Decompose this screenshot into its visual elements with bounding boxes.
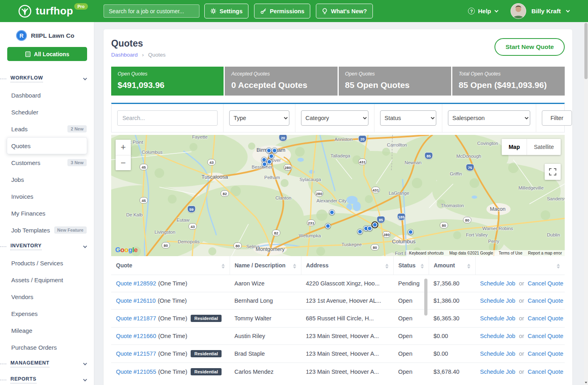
- map-type-map-button[interactable]: Map: [502, 139, 527, 155]
- sort-icon[interactable]: [467, 264, 470, 269]
- sidebar-item-leads[interactable]: Leads 2 New: [0, 120, 94, 137]
- cancel-quote-link[interactable]: Cancel Quote: [528, 350, 564, 357]
- quote-address: 123 Main Street, Hoover A...: [301, 328, 393, 345]
- quote-link[interactable]: Quote #121577: [116, 350, 156, 357]
- schedule-job-link[interactable]: Schedule Job: [480, 350, 515, 357]
- permissions-button[interactable]: Permissions: [254, 4, 310, 18]
- column-header-address[interactable]: Address: [301, 256, 393, 275]
- sort-icon[interactable]: [293, 264, 296, 269]
- column-header-name-description[interactable]: Name / Description: [230, 256, 301, 275]
- sidebar-item-expenses[interactable]: Expenses: [0, 305, 94, 322]
- sidebar-item-products-services[interactable]: Products / Services: [0, 255, 94, 271]
- map-marker[interactable]: [262, 162, 267, 167]
- zoom-out-button[interactable]: −: [116, 155, 131, 170]
- filter-status-select[interactable]: Status: [380, 110, 436, 126]
- quote-link[interactable]: Quote #121660: [116, 333, 156, 339]
- sidebar-item-jobs[interactable]: Jobs: [0, 171, 94, 188]
- app-logo[interactable]: turfhop Pro: [18, 3, 88, 20]
- column-header-actions[interactable]: [475, 256, 565, 275]
- sidebar-item-scheduler[interactable]: Scheduler: [0, 104, 94, 120]
- schedule-job-link[interactable]: Schedule Job: [480, 297, 515, 304]
- column-header-quote[interactable]: Quote: [111, 256, 230, 275]
- quote-link[interactable]: Quote #128592: [116, 280, 156, 287]
- schedule-job-link[interactable]: Schedule Job: [480, 369, 515, 375]
- table-row: Quote #121577 (One Time) Residential Bra…: [111, 345, 565, 363]
- sidebar-section-header[interactable]: REPORTS: [0, 372, 94, 385]
- sidebar-item-vendors[interactable]: Vendors: [0, 288, 94, 305]
- map-city-label: Thomaston: [441, 203, 464, 208]
- column-header-amount[interactable]: Amount: [429, 256, 475, 275]
- cancel-quote-link[interactable]: Cancel Quote: [528, 280, 564, 287]
- sort-icon[interactable]: [222, 264, 225, 269]
- map-attribution-keyboard-shortcuts[interactable]: Keyboard shortcuts: [406, 251, 446, 255]
- sidebar-item-dashboard[interactable]: Dashboard: [0, 87, 94, 104]
- map-marker[interactable]: [267, 159, 272, 165]
- scroll-down-button[interactable]: [584, 380, 588, 385]
- map-marker[interactable]: [372, 222, 378, 228]
- sidebar-section-workflow: WORKFLOW Dashboard Scheduler Leads 2 New…: [0, 71, 94, 238]
- schedule-job-link[interactable]: Schedule Job: [480, 315, 515, 322]
- quote-link[interactable]: Quote #121055: [116, 369, 156, 375]
- map-canvas[interactable]: West PointColumbusFayetteBirminghamHoove…: [111, 135, 565, 256]
- map-marker[interactable]: [326, 224, 331, 229]
- filter-category-select[interactable]: Category: [301, 110, 368, 126]
- cancel-quote-link[interactable]: Cancel Quote: [528, 315, 564, 322]
- sidebar-section-header[interactable]: MANAGEMENT: [0, 356, 94, 372]
- cancel-quote-link[interactable]: Cancel Quote: [528, 369, 564, 375]
- table-scrollbar[interactable]: [424, 279, 427, 316]
- sort-icon[interactable]: [385, 264, 389, 269]
- quote-link[interactable]: Quote #126110: [116, 297, 156, 304]
- sort-icon[interactable]: [557, 264, 560, 269]
- cancel-quote-link[interactable]: Cancel Quote: [528, 333, 564, 339]
- map-attribution-report-a-map-error[interactable]: Report a map error: [525, 251, 565, 255]
- map-marker[interactable]: [330, 210, 335, 215]
- filter-salesperson-select[interactable]: Salesperson: [448, 110, 530, 126]
- schedule-job-link[interactable]: Schedule Job: [480, 333, 515, 339]
- sidebar-section-header[interactable]: WORKFLOW: [0, 71, 94, 87]
- google-logo[interactable]: Google: [115, 246, 138, 254]
- filter-type-select[interactable]: Type: [229, 110, 289, 126]
- help-menu[interactable]: ? Help: [468, 0, 497, 22]
- map-marker[interactable]: [272, 148, 277, 153]
- map-marker[interactable]: [267, 148, 272, 153]
- road-shield: 75: [466, 164, 474, 171]
- fullscreen-button[interactable]: [545, 164, 561, 180]
- filter-button[interactable]: Filter: [542, 110, 572, 126]
- status-text: Pending: [393, 275, 429, 292]
- quotes-search-input[interactable]: [117, 110, 218, 126]
- page-scrollbar[interactable]: [584, 22, 588, 385]
- map-attribution-terms-of-use[interactable]: Terms of Use: [496, 251, 525, 255]
- sidebar-item-mileage[interactable]: Mileage: [0, 322, 94, 339]
- zoom-in-button[interactable]: +: [116, 140, 131, 155]
- map-marker[interactable]: [269, 154, 274, 159]
- sort-icon[interactable]: [421, 264, 424, 269]
- sidebar-item-purchase-orders[interactable]: Purchase Orders: [0, 339, 94, 356]
- cancel-quote-link[interactable]: Cancel Quote: [528, 297, 564, 304]
- sidebar-item-assets-equipment[interactable]: Assets / Equipment: [0, 271, 94, 288]
- sidebar-section-header[interactable]: INVENTORY: [0, 238, 94, 255]
- schedule-job-link[interactable]: Schedule Job: [480, 280, 515, 287]
- sidebar-item-my-finances[interactable]: My Finances: [0, 205, 94, 222]
- sidebar-item-quotes[interactable]: Quotes: [7, 137, 87, 154]
- sidebar-item-invoices[interactable]: Invoices: [0, 188, 94, 205]
- user-menu[interactable]: Billy Kraft: [511, 0, 569, 22]
- map-type-satellite-button[interactable]: Satellite: [527, 139, 561, 155]
- breadcrumb-dashboard[interactable]: Dashboard: [111, 52, 138, 58]
- quote-link[interactable]: Quote #121877: [116, 315, 156, 322]
- sidebar-item-job-templates[interactable]: Job Templates New Feature: [0, 222, 94, 238]
- map-marker[interactable]: [367, 226, 372, 231]
- road-shield: 82: [221, 190, 229, 197]
- global-search-input[interactable]: [104, 4, 199, 18]
- map-marker[interactable]: [408, 230, 413, 235]
- page-scrollbar-thumb[interactable]: [584, 23, 588, 79]
- column-header-status[interactable]: Status: [393, 256, 429, 275]
- settings-button[interactable]: Settings: [204, 4, 248, 18]
- all-locations-button[interactable]: All Locations: [7, 47, 87, 61]
- start-new-quote-button[interactable]: Start New Quote: [494, 38, 565, 56]
- sidebar-item-customers[interactable]: Customers 3 New: [0, 154, 94, 171]
- map-marker[interactable]: [358, 229, 363, 234]
- chevron-down-icon: [494, 8, 498, 12]
- road-shield: 85: [425, 152, 433, 159]
- whats-new-button[interactable]: What's New?: [316, 4, 373, 18]
- company-switcher[interactable]: R RIIPL Lawn Co: [16, 30, 94, 41]
